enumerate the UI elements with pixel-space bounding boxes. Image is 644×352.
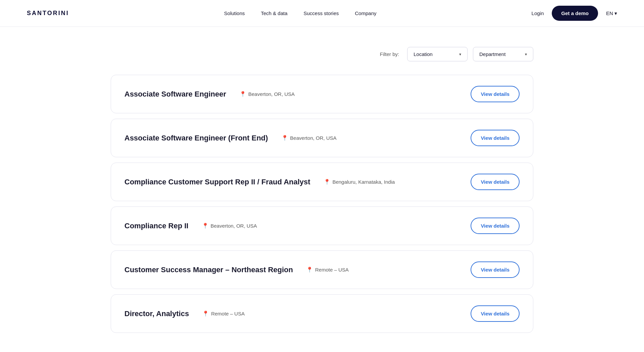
job-location-text: Bengaluru, Karnataka, India xyxy=(332,179,395,185)
job-title: Director, Analytics xyxy=(124,309,189,318)
nav-link-success-stories[interactable]: Success stories xyxy=(304,10,339,16)
job-location: 📍 Beaverton, OR, USA xyxy=(202,223,257,229)
view-details-button[interactable]: View details xyxy=(471,261,520,278)
job-card-left: Customer Success Manager – Northeast Reg… xyxy=(124,266,349,274)
job-location-text: Beaverton, OR, USA xyxy=(211,223,257,229)
job-card: Associate Software Engineer 📍 Beaverton,… xyxy=(111,75,533,113)
job-card-left: Associate Software Engineer 📍 Beaverton,… xyxy=(124,90,295,99)
department-filter[interactable]: Department ▾ xyxy=(473,47,533,61)
job-card-left: Compliance Customer Support Rep II / Fra… xyxy=(124,178,395,186)
view-details-button[interactable]: View details xyxy=(471,305,520,322)
job-card-left: Associate Software Engineer (Front End) … xyxy=(124,134,336,142)
job-location: 📍 Beaverton, OR, USA xyxy=(281,135,336,141)
nav-link-company[interactable]: Company xyxy=(355,10,376,16)
location-pin-icon: 📍 xyxy=(202,310,209,317)
job-location: 📍 Beaverton, OR, USA xyxy=(239,91,294,97)
job-location-text: Beaverton, OR, USA xyxy=(248,91,294,97)
job-location: 📍 Remote – USA xyxy=(306,267,348,273)
job-title: Compliance Customer Support Rep II / Fra… xyxy=(124,178,310,186)
view-details-button[interactable]: View details xyxy=(471,130,520,146)
department-chevron-icon: ▾ xyxy=(525,52,527,57)
language-selector[interactable]: EN ▾ xyxy=(606,10,617,16)
job-location: 📍 Remote – USA xyxy=(202,310,245,317)
location-pin-icon: 📍 xyxy=(281,135,288,141)
job-card: Compliance Customer Support Rep II / Fra… xyxy=(111,163,533,201)
job-card: Director, Analytics 📍 Remote – USA View … xyxy=(111,294,533,333)
job-location-text: Remote – USA xyxy=(211,311,245,316)
job-title: Compliance Rep II xyxy=(124,222,189,230)
get-demo-button[interactable]: Get a demo xyxy=(552,6,598,21)
location-pin-icon: 📍 xyxy=(324,179,330,185)
job-title: Customer Success Manager – Northeast Reg… xyxy=(124,266,293,274)
filter-label: Filter by: xyxy=(380,51,399,57)
nav-link-solutions[interactable]: Solutions xyxy=(224,10,245,16)
logo: SANTORINI xyxy=(27,10,69,17)
job-title: Associate Software Engineer (Front End) xyxy=(124,134,268,142)
location-pin-icon: 📍 xyxy=(239,91,246,97)
nav-link-tech-data[interactable]: Tech & data xyxy=(261,10,287,16)
main-content: Filter by: Location ▾ Department ▾ Assoc… xyxy=(104,27,540,352)
job-card: Associate Software Engineer (Front End) … xyxy=(111,119,533,157)
job-card-left: Compliance Rep II 📍 Beaverton, OR, USA xyxy=(124,222,257,230)
location-chevron-icon: ▾ xyxy=(459,52,461,57)
login-link[interactable]: Login xyxy=(532,10,544,16)
job-card-left: Director, Analytics 📍 Remote – USA xyxy=(124,309,245,318)
nav-right: Login Get a demo EN ▾ xyxy=(532,6,617,21)
nav-links: Solutions Tech & data Success stories Co… xyxy=(224,10,376,16)
job-title: Associate Software Engineer xyxy=(124,90,226,99)
job-location-text: Beaverton, OR, USA xyxy=(290,135,336,141)
job-location: 📍 Bengaluru, Karnataka, India xyxy=(324,179,395,185)
location-pin-icon: 📍 xyxy=(306,267,313,273)
job-list: Associate Software Engineer 📍 Beaverton,… xyxy=(111,75,533,333)
job-card: Compliance Rep II 📍 Beaverton, OR, USA V… xyxy=(111,207,533,245)
job-card: Customer Success Manager – Northeast Reg… xyxy=(111,250,533,289)
location-pin-icon: 📍 xyxy=(202,223,209,229)
view-details-button[interactable]: View details xyxy=(471,218,520,234)
department-filter-value: Department xyxy=(479,51,505,57)
location-filter[interactable]: Location ▾ xyxy=(407,47,468,61)
filter-bar: Filter by: Location ▾ Department ▾ xyxy=(111,47,533,61)
view-details-button[interactable]: View details xyxy=(471,174,520,190)
location-filter-value: Location xyxy=(414,51,433,57)
navbar: SANTORINI Solutions Tech & data Success … xyxy=(0,0,644,27)
view-details-button[interactable]: View details xyxy=(471,86,520,102)
job-location-text: Remote – USA xyxy=(315,267,348,273)
